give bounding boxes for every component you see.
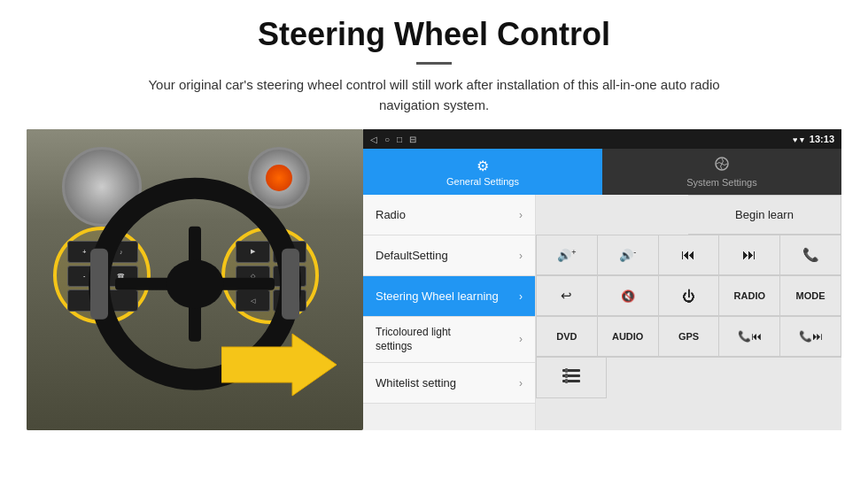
blank-cell [536,195,688,235]
content-area: + ♪ - ☎ ▶ ✕ ◇ ✕ ◁ ◇ [27,129,841,477]
prev-track-button[interactable]: ⏮ [659,235,720,275]
power-button[interactable]: ⏻ [659,276,720,316]
tab-system-settings[interactable]: System Settings [602,149,841,195]
audio-label: AUDIO [612,331,643,342]
menu-default-label: DefaultSetting [376,249,448,262]
dvd-label: DVD [556,331,577,342]
radio-mode-button[interactable]: RADIO [719,276,780,316]
radio-mode-label: RADIO [734,290,765,301]
home-icon: ○ [384,135,390,144]
menu-item-default[interactable]: DefaultSetting › [363,235,535,276]
answer-button[interactable]: ↩ [536,276,598,316]
phone-icon: 📞 [802,247,819,263]
right-grid: Begin learn 🔊+ 🔊- ⏮ [536,195,841,430]
svg-rect-7 [565,379,568,383]
menu-tricoloured-chevron: › [519,333,523,347]
tab-general-label: General Settings [446,176,519,187]
menu-default-chevron: › [519,250,523,262]
menu-steering-chevron: › [519,290,523,303]
list-button[interactable] [536,358,607,398]
menu-tricoloured-label: Tricoloured lightsettings [376,326,451,353]
status-time: ♥ ▾ 13:13 [793,134,834,144]
page-container: Steering Wheel Control Your original car… [0,0,868,486]
screenshot-icon: ⊟ [409,135,416,144]
dvd-button[interactable]: DVD [536,317,598,357]
tab-bar: ⚙ General Settings System Settings [363,149,841,195]
arrow-indicator [221,329,337,404]
recents-icon: □ [397,135,402,144]
tab-general-settings[interactable]: ⚙ General Settings [363,149,602,195]
vol-up-icon: 🔊+ [557,248,576,262]
svg-marker-0 [221,334,337,396]
menu-item-tricoloured[interactable]: Tricoloured lightsettings › [363,317,535,363]
menu-radio-chevron: › [519,209,523,221]
left-menu: Radio › DefaultSetting › Steering Wheel … [363,195,536,430]
general-settings-icon: ⚙ [477,158,489,174]
menu-item-steering[interactable]: Steering Wheel learning › [363,276,535,317]
svg-rect-5 [565,368,568,373]
menu-item-radio[interactable]: Radio › [363,195,535,235]
next-track-button[interactable]: ⏭ [719,235,780,275]
phone-prev-icon: 📞⏮ [738,330,762,343]
phone-next-button[interactable]: 📞⏭ [780,317,841,357]
menu-item-whitelist[interactable]: Whitelist setting › [363,363,535,404]
steering-wheel-image: + ♪ - ☎ ▶ ✕ ◇ ✕ ◁ ◇ [27,129,363,430]
android-main: Radio › DefaultSetting › Steering Wheel … [363,195,841,430]
tab-system-label: System Settings [686,177,756,188]
menu-steering-label: Steering Wheel learning [376,289,499,303]
status-bar-left: ◁ ○ □ ⊟ [370,135,416,144]
mute-button[interactable]: 🔇 [598,276,659,316]
mode-button[interactable]: MODE [780,276,841,316]
page-subtitle: Your original car's steering wheel contr… [124,75,744,115]
mode-label: MODE [796,290,825,301]
next-track-icon: ⏭ [742,247,756,263]
power-icon: ⏻ [682,289,695,304]
vol-down-icon: 🔊- [619,248,636,262]
title-divider [416,62,452,65]
begin-learn-row: Begin learn [536,195,841,235]
menu-whitelist-chevron: › [519,377,523,390]
gps-label: GPS [678,331,699,342]
btn-row-3: DVD AUDIO GPS 📞⏮ 📞⏭ [536,317,841,358]
gps-button[interactable]: GPS [659,317,720,357]
prev-track-icon: ⏮ [681,247,695,263]
audio-button[interactable]: AUDIO [598,317,659,357]
begin-learn-button[interactable]: Begin learn [688,195,841,235]
phone-prev-button[interactable]: 📞⏮ [719,317,780,357]
svg-rect-6 [565,374,568,378]
menu-radio-label: Radio [376,208,406,221]
back-icon: ◁ [370,135,377,144]
menu-whitelist-label: Whitelist setting [376,376,456,390]
phone-button[interactable]: 📞 [780,235,841,275]
btn-row-4 [536,358,841,398]
page-title: Steering Wheel Control [258,16,610,53]
phone-next-icon: 📞⏭ [799,330,823,343]
vol-up-button[interactable]: 🔊+ [536,235,598,275]
wifi-signal-icon: ♥ ▾ [793,135,804,144]
android-panel: ◁ ○ □ ⊟ ♥ ▾ 13:13 ⚙ General Settings [363,129,841,430]
mute-icon: 🔇 [621,289,635,303]
list-icon [562,368,580,387]
answer-icon: ↩ [561,288,572,304]
vol-down-button[interactable]: 🔊- [598,235,659,275]
system-settings-icon [714,156,730,175]
status-bar: ◁ ○ □ ⊟ ♥ ▾ 13:13 [363,129,841,149]
btn-row-2: ↩ 🔇 ⏻ RADIO MODE [536,276,841,317]
btn-row-1: 🔊+ 🔊- ⏮ ⏭ 📞 [536,235,841,276]
